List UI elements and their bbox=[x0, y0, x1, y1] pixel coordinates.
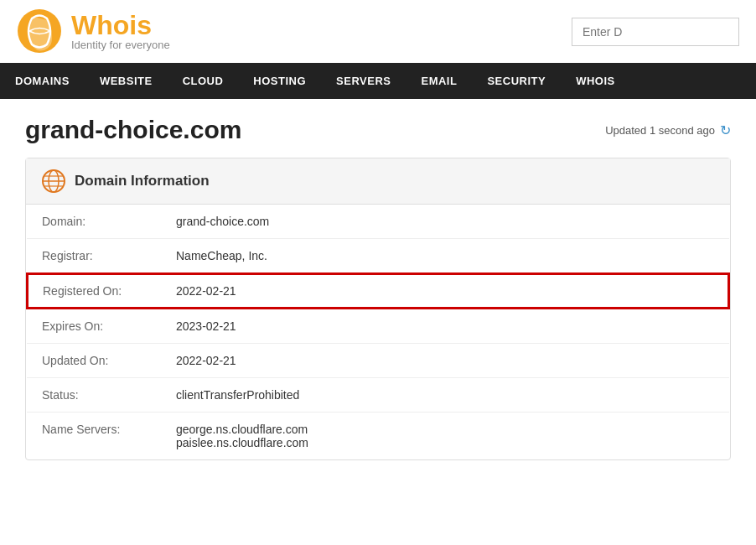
domain-title-row: grand-choice.com Updated 1 second ago ↻ bbox=[25, 116, 731, 144]
row-value: george.ns.cloudflare.compaislee.ns.cloud… bbox=[161, 413, 729, 460]
row-label: Registered On: bbox=[27, 273, 161, 309]
table-row: Status:clientTransferProhibited bbox=[27, 378, 729, 413]
nav-item-security[interactable]: SECURITY bbox=[472, 63, 561, 99]
table-row: Registered On:2022-02-21 bbox=[27, 273, 729, 309]
logo-area: Whois Identity for everyone bbox=[17, 8, 170, 54]
table-row: Expires On:2023-02-21 bbox=[27, 309, 729, 344]
row-label: Domain: bbox=[27, 205, 161, 239]
nav-item-cloud[interactable]: CLOUD bbox=[168, 63, 239, 99]
row-value: 2022-02-21 bbox=[161, 344, 729, 378]
row-label: Expires On: bbox=[27, 309, 161, 344]
nav-item-hosting[interactable]: HOSTING bbox=[238, 63, 321, 99]
search-input[interactable] bbox=[572, 18, 739, 46]
row-value: 2022-02-21 bbox=[161, 273, 729, 309]
logo-whois-text: Whois bbox=[71, 12, 170, 39]
row-label: Status: bbox=[27, 378, 161, 413]
table-row: Registrar:NameCheap, Inc. bbox=[27, 239, 729, 274]
table-row: Name Servers:george.ns.cloudflare.compai… bbox=[27, 413, 729, 460]
nav-item-whois[interactable]: WHOIS bbox=[561, 63, 630, 99]
logo-tagline-text: Identity for everyone bbox=[71, 39, 170, 51]
domain-info-card: Domain Information Domain:grand-choice.c… bbox=[25, 158, 731, 460]
domain-title: grand-choice.com bbox=[25, 116, 241, 144]
row-value: grand-choice.com bbox=[161, 205, 729, 239]
table-row: Domain:grand-choice.com bbox=[27, 205, 729, 239]
header-search[interactable] bbox=[572, 18, 739, 46]
row-value: 2023-02-21 bbox=[161, 309, 729, 344]
info-table: Domain:grand-choice.comRegistrar:NameChe… bbox=[26, 205, 730, 459]
row-label: Name Servers: bbox=[27, 413, 161, 460]
main-content: grand-choice.com Updated 1 second ago ↻ … bbox=[0, 99, 756, 477]
logo-icon bbox=[17, 8, 63, 54]
www-icon bbox=[41, 169, 66, 194]
refresh-icon[interactable]: ↻ bbox=[720, 122, 731, 138]
logo-text: Whois Identity for everyone bbox=[71, 12, 170, 51]
updated-text: Updated 1 second ago bbox=[605, 124, 715, 137]
row-value: NameCheap, Inc. bbox=[161, 239, 729, 274]
table-row: Updated On:2022-02-21 bbox=[27, 344, 729, 378]
info-card-title: Domain Information bbox=[75, 173, 210, 189]
row-label: Registrar: bbox=[27, 239, 161, 274]
info-card-header: Domain Information bbox=[26, 158, 730, 205]
nav-item-servers[interactable]: SERVERS bbox=[321, 63, 406, 99]
updated-info: Updated 1 second ago ↻ bbox=[605, 122, 731, 138]
row-label: Updated On: bbox=[27, 344, 161, 378]
nav-item-website[interactable]: WEBSITE bbox=[85, 63, 168, 99]
nav-item-domains[interactable]: DOMAINS bbox=[0, 63, 85, 99]
page-header: Whois Identity for everyone bbox=[0, 0, 756, 63]
main-nav: DOMAINS WEBSITE CLOUD HOSTING SERVERS EM… bbox=[0, 63, 756, 99]
row-value: clientTransferProhibited bbox=[161, 378, 729, 413]
nav-item-email[interactable]: EMAIL bbox=[406, 63, 472, 99]
